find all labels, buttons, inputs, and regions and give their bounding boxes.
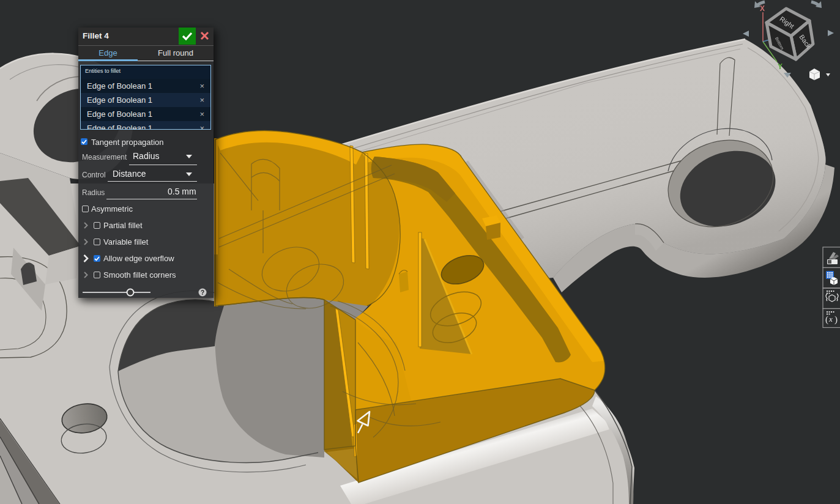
svg-text:): ) — [834, 314, 838, 325]
svg-text:X: X — [760, 4, 765, 13]
svg-text:x: x — [828, 314, 833, 324]
svg-text:Y: Y — [778, 62, 782, 71]
svg-text:(: ( — [825, 314, 828, 325]
svg-text:?: ? — [201, 289, 204, 296]
